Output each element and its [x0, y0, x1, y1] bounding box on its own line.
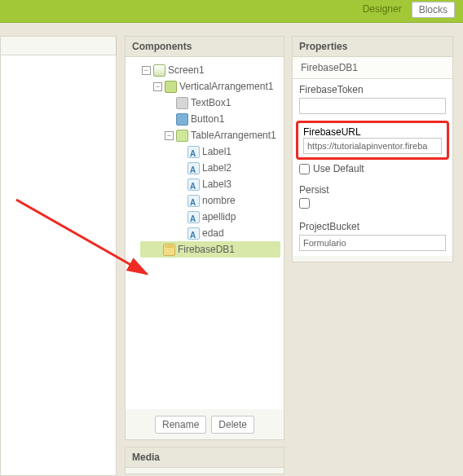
prop-label: ProjectBucket — [299, 221, 446, 232]
rename-button[interactable]: Rename — [155, 416, 206, 434]
tree-screen1[interactable]: − Screen1 — [140, 62, 280, 78]
properties-header: Properties — [293, 37, 452, 57]
tree-button1[interactable]: Button1 — [163, 111, 280, 127]
table-arrangement-icon — [176, 130, 188, 142]
use-default-checkbox[interactable] — [299, 164, 310, 174]
media-panel: Media — [125, 447, 284, 474]
vertical-arrangement-icon — [165, 81, 177, 93]
tree-label: VerticalArrangement1 — [179, 78, 273, 95]
viewer-header-sliver — [0, 36, 117, 55]
prop-label: Use Default — [313, 163, 364, 174]
component-tree: − Screen1 − VerticalArrangement1 — [129, 62, 280, 258]
designer-button[interactable]: Designer — [356, 2, 408, 16]
tree-nombre[interactable]: nombre — [174, 192, 280, 209]
textbox-icon — [176, 97, 188, 109]
tree-label: Label1 — [202, 143, 232, 160]
prop-firebase-token: FirebaseToken — [293, 79, 452, 119]
tree-apellidp[interactable]: apellidp — [174, 209, 280, 225]
tree-label: FirebaseDB1 — [178, 241, 235, 258]
tree-textbox1[interactable]: TextBox1 — [163, 95, 280, 111]
prop-persist: Persist — [293, 179, 452, 216]
firebase-url-input[interactable] — [303, 138, 442, 154]
blocks-button[interactable]: Blocks — [412, 2, 455, 18]
label-icon — [187, 227, 200, 240]
project-bucket-input[interactable] — [299, 235, 446, 251]
label-icon — [187, 178, 200, 191]
label-icon — [187, 195, 200, 207]
components-header: Components — [126, 37, 284, 57]
firebase-token-input[interactable] — [299, 98, 446, 114]
prop-project-bucket: ProjectBucket — [293, 216, 452, 256]
media-header: Media — [126, 447, 284, 468]
tree-label: nombre — [202, 192, 236, 209]
label-icon — [187, 211, 200, 223]
prop-firebase-url: FirebaseURL — [303, 126, 442, 154]
collapse-icon[interactable]: − — [165, 131, 174, 140]
button-icon — [176, 113, 188, 126]
tree-table-arrangement[interactable]: − TableArrangement1 — [163, 127, 280, 143]
tree-edad[interactable]: edad — [174, 225, 280, 241]
top-bar: Designer Blocks — [0, 0, 463, 23]
label-icon — [187, 146, 200, 158]
properties-panel: Properties FirebaseDB1 FirebaseToken Fir… — [292, 36, 453, 262]
prop-label: Persist — [299, 184, 446, 196]
annotation-highlight: FirebaseURL — [296, 121, 449, 160]
tree-label1[interactable]: Label1 — [174, 143, 280, 160]
prop-use-default: Use Default — [293, 161, 452, 179]
label-icon — [187, 162, 200, 174]
tree-label: TextBox1 — [191, 95, 231, 111]
collapse-icon[interactable]: − — [153, 82, 162, 91]
tree-label: edad — [202, 225, 224, 241]
tree-label2[interactable]: Label2 — [174, 160, 280, 176]
prop-label: FirebaseURL — [303, 126, 360, 138]
tree-vertical-arrangement[interactable]: − VerticalArrangement1 — [152, 78, 280, 95]
tree-label: TableArrangement1 — [191, 127, 276, 143]
database-icon — [163, 244, 175, 256]
tree-label: Label2 — [202, 160, 232, 176]
delete-button[interactable]: Delete — [211, 416, 254, 434]
tree-actions: Rename Delete — [126, 409, 284, 440]
tree-label3[interactable]: Label3 — [174, 176, 280, 192]
collapse-icon[interactable]: − — [142, 66, 151, 75]
tree-label: apellidp — [202, 209, 236, 225]
tree-firebasedb1[interactable]: FirebaseDB1 — [140, 241, 280, 258]
tree-label: Screen1 — [168, 62, 205, 78]
tree-label: Label3 — [202, 176, 232, 192]
persist-checkbox[interactable] — [299, 198, 310, 209]
screen-icon — [153, 64, 165, 77]
selected-component-name: FirebaseDB1 — [293, 57, 452, 79]
components-panel: Components − Screen1 − Vertic — [125, 36, 284, 440]
viewer-body-sliver — [0, 55, 117, 476]
tree-label: Button1 — [191, 111, 224, 127]
prop-label: FirebaseToken — [299, 84, 446, 95]
